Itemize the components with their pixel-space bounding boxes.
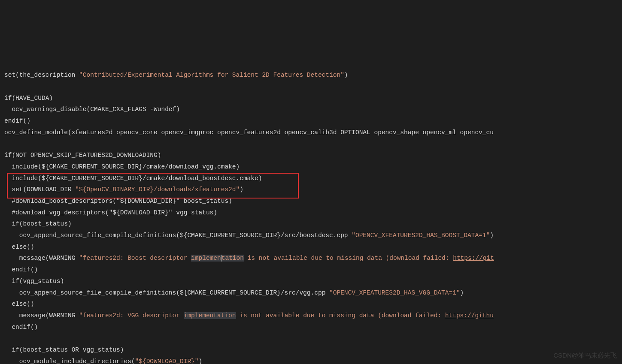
code-editor[interactable]: set(the_description "Contributed/Experim… — [0, 46, 622, 364]
code-line[interactable] — [4, 138, 622, 150]
code-token: "Contributed/Experimental Algorithms for… — [79, 72, 344, 78]
code-token: ocv_define_module(xfeatures2d opencv_cor… — [4, 129, 494, 136]
code-token: #download_vgg_descriptors("${DOWNLOAD_DI… — [12, 209, 217, 216]
code-token: ) — [460, 289, 464, 296]
code-token: is not available due to missing data (do… — [236, 312, 445, 319]
code-token: ) — [240, 186, 243, 193]
code-token: n — [217, 255, 221, 262]
code-line[interactable]: ocv_append_source_file_compile_definitio… — [4, 230, 622, 241]
code-token: "${DOWNLOAD_DIR}" — [135, 358, 199, 364]
code-token: tation — [221, 255, 244, 262]
code-token: endif() — [12, 266, 38, 273]
code-token: https://git — [453, 255, 494, 262]
code-line[interactable]: if(boost_status) — [4, 218, 622, 230]
code-line[interactable]: if(vgg_status) — [4, 276, 622, 287]
code-line[interactable]: endif() — [4, 322, 622, 333]
code-token: implementation — [184, 312, 236, 319]
code-line[interactable]: include(${CMAKE_CURRENT_SOURCE_DIR}/cmak… — [4, 173, 622, 184]
code-token: else() — [12, 244, 34, 250]
code-line[interactable] — [4, 81, 622, 93]
code-token: "${OpenCV_BINARY_DIR}/downloads/xfeature… — [75, 186, 240, 193]
code-token: "OPENCV_XFEATURES2D_HAS_BOOST_DATA=1" — [352, 232, 490, 239]
code-token: include(${CMAKE_CURRENT_SOURCE_DIR}/cmak… — [12, 175, 262, 182]
code-token: is not available due to missing data (do… — [244, 255, 453, 262]
code-token: "features2d: VGG descriptor — [79, 312, 184, 319]
code-line[interactable]: ocv_warnings_disable(CMAKE_CXX_FLAGS -Wu… — [4, 104, 622, 115]
code-line[interactable]: #download_boost_descriptors("${DOWNLOAD_… — [4, 196, 622, 207]
code-token: ocv_warnings_disable(CMAKE_CXX_FLAGS -Wu… — [12, 106, 180, 113]
code-line[interactable]: message(WARNING "features2d: Boost descr… — [4, 253, 622, 264]
code-token: ) — [199, 358, 203, 364]
code-line[interactable]: message(WARNING "features2d: VGG descrip… — [4, 310, 622, 322]
code-token: ocv_append_source_file_compile_definitio… — [19, 289, 329, 296]
code-line[interactable]: if(boost_status OR vgg_status) — [4, 344, 622, 356]
code-line[interactable]: else() — [4, 298, 622, 310]
code-token: endif() — [12, 324, 38, 331]
code-token: https://githu — [445, 312, 494, 319]
code-line[interactable]: endif() — [4, 264, 622, 276]
code-token: if(HAVE_CUDA) — [4, 95, 53, 102]
code-token: include(${CMAKE_CURRENT_SOURCE_DIR}/cmak… — [12, 163, 240, 170]
code-token: else() — [12, 301, 34, 307]
code-line[interactable] — [4, 333, 622, 344]
code-token: impleme — [191, 255, 217, 262]
code-line[interactable]: else() — [4, 241, 622, 253]
code-token: if(vgg_status) — [12, 278, 64, 285]
code-line[interactable]: ocv_append_source_file_compile_definitio… — [4, 287, 622, 299]
code-token: ) — [344, 72, 348, 78]
code-token: ) — [490, 232, 494, 239]
code-token: ocv_module_include_directories( — [19, 358, 135, 364]
code-line[interactable]: if(HAVE_CUDA) — [4, 93, 622, 104]
code-token: "OPENCV_XFEATURES2D_HAS_VGG_DATA=1" — [329, 289, 460, 296]
code-line[interactable]: set(DOWNLOAD_DIR "${OpenCV_BINARY_DIR}/d… — [4, 184, 622, 196]
code-token: if(NOT OPENCV_SKIP_FEATURES2D_DOWNLOADIN… — [4, 152, 161, 159]
code-line[interactable]: #download_vgg_descriptors("${DOWNLOAD_DI… — [4, 207, 622, 219]
code-token: "features2d: Boost descriptor — [79, 255, 191, 262]
code-token: endif() — [4, 117, 30, 124]
code-token: message(WARNING — [19, 255, 79, 262]
code-token: if(boost_status) — [12, 220, 71, 227]
code-line[interactable]: ocv_define_module(xfeatures2d opencv_cor… — [4, 127, 622, 138]
code-token: if(boost_status OR vgg_status) — [12, 346, 124, 353]
code-line[interactable]: endif() — [4, 115, 622, 127]
code-line[interactable]: if(NOT OPENCV_SKIP_FEATURES2D_DOWNLOADIN… — [4, 150, 622, 161]
code-line[interactable]: include(${CMAKE_CURRENT_SOURCE_DIR}/cmak… — [4, 161, 622, 173]
code-token: ocv_append_source_file_compile_definitio… — [19, 232, 352, 239]
code-token: message(WARNING — [19, 312, 79, 319]
code-line[interactable]: ocv_module_include_directories("${DOWNLO… — [4, 356, 622, 364]
code-line[interactable]: set(the_description "Contributed/Experim… — [4, 69, 622, 81]
code-token: #download_boost_descriptors("${DOWNLOAD_… — [12, 198, 232, 205]
code-token: set(DOWNLOAD_DIR — [12, 186, 75, 193]
code-token: set(the_description — [4, 72, 79, 78]
